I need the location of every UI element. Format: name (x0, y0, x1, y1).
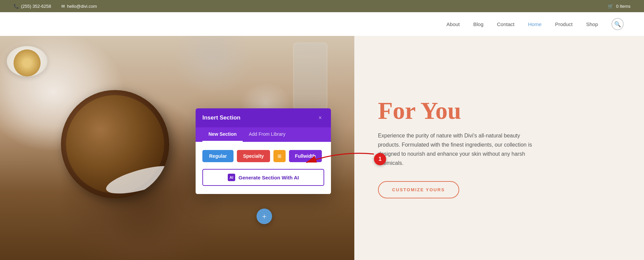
phone-number: (255) 352-6258 (21, 4, 51, 9)
modal-body: Regular Specialty ⊞ Fullwidth AI Generat… (196, 142, 331, 194)
phone-icon: 📞 (14, 4, 19, 9)
nav-blog[interactable]: Blog (473, 21, 484, 27)
modal-tabs: New Section Add From Library (196, 127, 331, 142)
tab-new-section[interactable]: New Section (202, 127, 243, 142)
top-bar-email: ✉ hello@divi.com (61, 4, 97, 9)
add-section-floating-button[interactable] (257, 209, 272, 224)
nav-home[interactable]: Home (528, 21, 541, 27)
search-icon: 🔍 (614, 21, 621, 27)
white-rim-decoration (104, 160, 169, 198)
nav-shop[interactable]: Shop (586, 21, 598, 27)
top-bar: 📞 (255) 352-6258 ✉ hello@divi.com 🛒 0 It… (0, 0, 644, 12)
wood-circle-decoration (61, 90, 169, 198)
modal-close-button[interactable]: × (316, 114, 324, 122)
tab-add-from-library[interactable]: Add From Library (243, 127, 291, 142)
modal-title: Insert Section (202, 114, 240, 121)
ai-button-label: Generate Section With AI (239, 175, 299, 180)
cart-icon: 🛒 (608, 4, 613, 9)
search-button[interactable]: 🔍 (612, 18, 624, 30)
fullwidth-section-button[interactable]: Fullwidth (289, 150, 322, 162)
section-type-buttons: Regular Specialty ⊞ Fullwidth (202, 150, 324, 162)
cart-count: 0 Items (616, 4, 630, 9)
nav-about[interactable]: About (446, 21, 460, 27)
top-bar-phone: 📞 (255) 352-6258 (14, 4, 51, 9)
annotation-badge-1: 1 (374, 153, 386, 165)
hero-content: For You Experience the purity of nature … (354, 36, 644, 260)
specialty-layout-button[interactable]: ⊞ (273, 150, 286, 162)
hero-description: Experience the purity of nature with Div… (378, 131, 540, 168)
modal-header: Insert Section × (196, 108, 331, 127)
glass-decoration (293, 43, 327, 110)
specialty-section-button[interactable]: Specialty (237, 150, 270, 162)
regular-section-button[interactable]: Regular (202, 150, 234, 162)
email-icon: ✉ (61, 4, 65, 9)
customize-button[interactable]: CUSTOMIZE YOURS (378, 181, 459, 198)
nav-contact[interactable]: Contact (497, 21, 515, 27)
generate-with-ai-button[interactable]: AI Generate Section With AI (202, 169, 324, 186)
email-address: hello@divi.com (67, 4, 97, 9)
top-bar-cart[interactable]: 🛒 0 Items (608, 4, 630, 9)
ai-icon: AI (228, 174, 235, 181)
hero-title: For You (378, 98, 620, 124)
insert-section-modal: Insert Section × New Section Add From Li… (196, 108, 331, 194)
small-bowl-decoration (7, 46, 47, 77)
main-navigation: About Blog Contact Home Product Shop 🔍 (0, 12, 644, 36)
nav-product[interactable]: Product (555, 21, 573, 27)
